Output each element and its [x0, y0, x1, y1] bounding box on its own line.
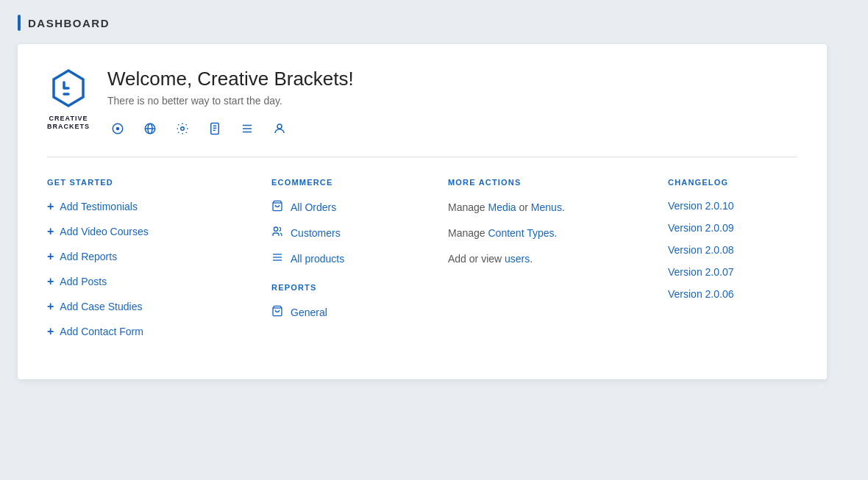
- more-actions-title: MORE ACTIONS: [448, 178, 633, 187]
- welcome-heading: Welcome, Creative Brackets!: [107, 68, 354, 90]
- plus-icon: +: [47, 275, 54, 288]
- page-title: DASHBOARD: [28, 17, 110, 29]
- version-2007-link[interactable]: Version 2.0.07: [668, 266, 797, 278]
- list-icon-btn[interactable]: [237, 118, 257, 139]
- general-link[interactable]: General: [271, 305, 413, 319]
- plus-icon: +: [47, 325, 54, 338]
- cart-icon: [271, 200, 283, 214]
- version-2008-link[interactable]: Version 2.0.08: [668, 244, 797, 256]
- more-actions-section: MORE ACTIONS Manage Media or Menus. Mana…: [430, 178, 650, 350]
- document-icon-btn[interactable]: [204, 118, 225, 139]
- manage-content-types-text: Manage Content Types.: [448, 226, 633, 241]
- users-icon: [271, 226, 283, 240]
- brand-section: CREATIVEBRACKETS Welcome, Creative Brack…: [47, 68, 797, 139]
- ecommerce-section: ECOMMERCE All Orders Customers All produ…: [254, 178, 430, 350]
- all-products-label: All products: [291, 253, 344, 265]
- plus-icon: +: [47, 250, 54, 263]
- header-bar-accent: [18, 15, 21, 31]
- add-video-courses-label: Add Video Courses: [60, 226, 148, 237]
- add-testimonials-link[interactable]: + Add Testimonials: [47, 200, 235, 213]
- add-video-courses-link[interactable]: + Add Video Courses: [47, 225, 235, 238]
- logo-icon: [48, 68, 89, 112]
- brand-logo: CREATIVEBRACKETS: [47, 68, 90, 131]
- list-icon: [271, 251, 283, 265]
- dashboard-card: CREATIVEBRACKETS Welcome, Creative Brack…: [18, 44, 827, 379]
- users-link[interactable]: users: [505, 253, 530, 265]
- all-products-link[interactable]: All products: [271, 251, 413, 265]
- plus-icon: +: [47, 300, 54, 313]
- get-started-title: GET STARTED: [47, 178, 235, 187]
- brand-name: CREATIVEBRACKETS: [47, 115, 90, 131]
- add-posts-link[interactable]: + Add Posts: [47, 275, 235, 288]
- version-2010-link[interactable]: Version 2.0.10: [668, 200, 797, 212]
- general-label: General: [291, 307, 327, 318]
- globe-icon-btn[interactable]: [140, 118, 160, 139]
- reports-subsection: REPORTS General: [271, 283, 413, 319]
- add-posts-label: Add Posts: [60, 276, 107, 287]
- customers-label: Customers: [291, 227, 341, 239]
- media-link[interactable]: Media: [488, 201, 516, 213]
- add-reports-label: Add Reports: [60, 251, 117, 262]
- welcome-subtitle: There is no better way to start the day.: [107, 95, 354, 107]
- add-case-studies-link[interactable]: + Add Case Studies: [47, 300, 235, 313]
- svg-point-5: [181, 127, 185, 131]
- plus-icon: +: [47, 200, 54, 213]
- manage-media-text: Manage Media or Menus.: [448, 200, 633, 215]
- circle-icon-btn[interactable]: [107, 118, 128, 139]
- add-view-users-text: Add or view users.: [448, 251, 633, 267]
- content-grid: GET STARTED + Add Testimonials + Add Vid…: [47, 172, 797, 350]
- gear-icon-btn[interactable]: [172, 118, 193, 139]
- changelog-section: CHANGELOG Version 2.0.10 Version 2.0.09 …: [650, 178, 797, 350]
- get-started-section: GET STARTED + Add Testimonials + Add Vid…: [47, 178, 253, 350]
- version-2006-link[interactable]: Version 2.0.06: [668, 288, 797, 300]
- brand-text: Welcome, Creative Brackets! There is no …: [107, 68, 354, 139]
- add-case-studies-label: Add Case Studies: [60, 301, 142, 312]
- version-2009-link[interactable]: Version 2.0.09: [668, 222, 797, 234]
- page-header: DASHBOARD: [18, 15, 850, 31]
- report-cart-icon: [271, 305, 283, 319]
- reports-title: REPORTS: [271, 283, 413, 292]
- changelog-title: CHANGELOG: [668, 178, 797, 187]
- customers-link[interactable]: Customers: [271, 226, 413, 240]
- section-divider: [47, 157, 797, 157]
- all-orders-label: All Orders: [291, 201, 336, 213]
- plus-icon: +: [47, 225, 54, 238]
- add-contact-form-link[interactable]: + Add Contact Form: [47, 325, 235, 338]
- add-testimonials-label: Add Testimonials: [60, 201, 138, 212]
- svg-point-15: [274, 227, 277, 231]
- all-orders-link[interactable]: All Orders: [271, 200, 413, 214]
- icon-row: [107, 118, 354, 139]
- content-types-link[interactable]: Content Types: [488, 227, 554, 239]
- add-reports-link[interactable]: + Add Reports: [47, 250, 235, 263]
- svg-point-1: [116, 127, 120, 131]
- add-contact-form-label: Add Contact Form: [60, 326, 143, 337]
- svg-point-13: [277, 124, 282, 129]
- menus-link[interactable]: Menus: [531, 201, 562, 213]
- user-icon-btn[interactable]: [269, 118, 290, 139]
- ecommerce-title: ECOMMERCE: [271, 178, 413, 187]
